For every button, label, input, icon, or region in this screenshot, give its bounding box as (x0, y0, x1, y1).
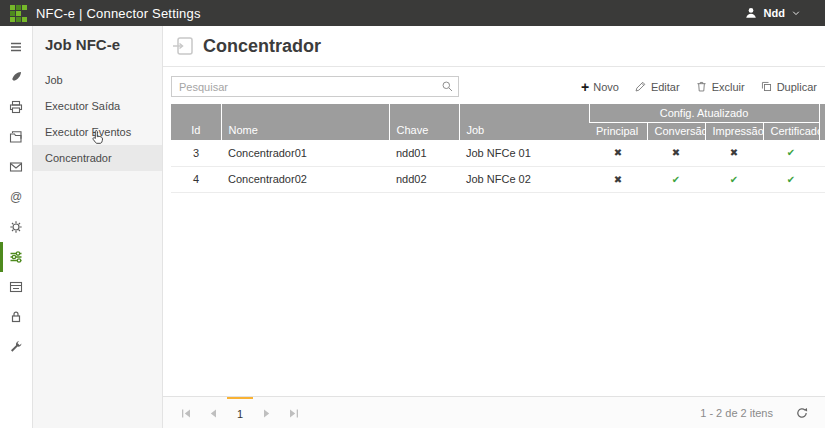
concentrador-page-icon (171, 34, 195, 58)
impressao-status-check-icon: ✔ (705, 166, 763, 192)
rail-item-at[interactable]: @ (0, 182, 32, 212)
certificado-status-check-icon: ✔ (763, 166, 819, 192)
page-header: Concentrador (163, 26, 825, 67)
menu-icon (8, 39, 24, 55)
data-grid: Id Nome Chave Job Config. Atualizado Pri… (171, 104, 825, 193)
conversao-status-cross-icon: ✖ (647, 140, 705, 166)
rail-item-folder[interactable] (0, 122, 32, 152)
column-header-nome[interactable]: Nome (221, 104, 389, 140)
pen-icon (8, 69, 24, 85)
rail-item-device[interactable] (0, 272, 32, 302)
sidebar-item-concentrador[interactable]: Concentrador (33, 145, 162, 171)
sidebar-item-executor-eventos[interactable]: Executor Eventos (33, 119, 162, 145)
grid-toolbar: + Novo Editar Excluir Duplicar (171, 76, 817, 97)
column-header-chave[interactable]: Chave (389, 104, 459, 140)
column-header-certificado[interactable]: Certificado (763, 122, 819, 140)
search-input[interactable] (171, 76, 459, 97)
search-box (171, 76, 459, 97)
column-header-conversao[interactable]: Conversão (647, 122, 705, 140)
first-page-button[interactable] (173, 397, 200, 428)
row-filler (819, 166, 825, 192)
principal-status-cross-icon: ✖ (589, 140, 647, 166)
cell-id: 3 (171, 140, 221, 166)
action-buttons: + Novo Editar Excluir Duplicar (581, 80, 817, 93)
edit-button[interactable]: Editar (634, 80, 680, 93)
sidebar-item-executor-saida[interactable]: Executor Saída (33, 93, 162, 119)
column-header-principal[interactable]: Principal (589, 122, 647, 140)
gear-icon (8, 219, 24, 235)
next-page-icon (261, 408, 272, 419)
rail-item-mail[interactable] (0, 152, 32, 182)
sliders-icon (8, 249, 24, 265)
last-page-button[interactable] (280, 397, 307, 428)
cell-chave: ndd02 (389, 166, 459, 192)
table-row[interactable]: 3Concentrador01ndd01Job NFCe 01✖✖✖✔ (171, 140, 825, 166)
lock-icon (8, 309, 24, 325)
cell-job: Job NFCe 01 (459, 140, 589, 166)
page-title: Concentrador (203, 36, 321, 57)
icon-rail: @ (0, 26, 33, 428)
rail-item-gear[interactable] (0, 212, 32, 242)
rail-item-menu[interactable] (0, 32, 32, 62)
first-page-icon (181, 408, 192, 419)
rail-item-pen[interactable] (0, 62, 32, 92)
grid-empty-area (163, 193, 825, 397)
user-name: Ndd (764, 7, 785, 19)
search-icon[interactable] (441, 80, 454, 93)
cell-chave: ndd01 (389, 140, 459, 166)
duplicate-button[interactable]: Duplicar (760, 80, 817, 93)
cell-id: 4 (171, 166, 221, 192)
new-button[interactable]: + Novo (581, 81, 619, 93)
delete-button[interactable]: Excluir (695, 80, 745, 93)
rail-item-sliders[interactable] (0, 242, 32, 272)
main-content: Concentrador + Novo Editar Excluir (163, 26, 825, 428)
at-sign-icon: @ (8, 189, 24, 205)
duplicate-icon (760, 80, 773, 93)
column-group-config-atualizado: Config. Atualizado (589, 104, 819, 122)
cell-nome: Concentrador01 (221, 140, 389, 166)
header-filler (819, 104, 825, 140)
rail-item-lock[interactable] (0, 302, 32, 332)
app-title: NFC-e | Connector Settings (36, 6, 201, 21)
page-number-current[interactable]: 1 (227, 397, 253, 428)
previous-page-icon (208, 408, 219, 419)
wrench-icon (8, 339, 24, 355)
sidebar-title: Job NFC-e (33, 26, 162, 67)
trash-icon (695, 80, 708, 93)
refresh-icon (795, 406, 809, 420)
rail-item-wrench[interactable] (0, 332, 32, 362)
rail-item-printer[interactable] (0, 92, 32, 122)
cell-nome: Concentrador02 (221, 166, 389, 192)
topbar: NFC-e | Connector Settings Ndd (0, 0, 825, 26)
column-header-id[interactable]: Id (171, 104, 221, 140)
chevron-down-icon (791, 8, 801, 18)
pager: 1 1 - 2 de 2 itens (163, 396, 825, 428)
ndd-logo-icon (10, 5, 27, 22)
pencil-icon (634, 80, 647, 93)
plus-icon: + (581, 82, 589, 92)
user-menu[interactable]: Ndd (744, 6, 815, 20)
last-page-icon (288, 408, 299, 419)
principal-status-cross-icon: ✖ (589, 166, 647, 192)
svg-text:@: @ (10, 190, 22, 204)
impressao-status-cross-icon: ✖ (705, 140, 763, 166)
refresh-button[interactable] (789, 397, 815, 428)
sidebar-item-job[interactable]: Job (33, 67, 162, 93)
user-icon (744, 6, 758, 20)
certificado-status-check-icon: ✔ (763, 140, 819, 166)
column-header-job[interactable]: Job (459, 104, 589, 140)
next-page-button[interactable] (253, 397, 280, 428)
folder-icon (8, 129, 24, 145)
table-row[interactable]: 4Concentrador02ndd02Job NFCe 02✖✔✔✔ (171, 166, 825, 192)
previous-page-button[interactable] (200, 397, 227, 428)
cell-job: Job NFCe 02 (459, 166, 589, 192)
pager-info: 1 - 2 de 2 itens (700, 397, 789, 428)
sidebar: Job NFC-e Job Executor Saída Executor Ev… (33, 26, 163, 428)
conversao-status-check-icon: ✔ (647, 166, 705, 192)
printer-icon (8, 99, 24, 115)
column-header-impressao[interactable]: Impressão (705, 122, 763, 140)
mail-icon (8, 159, 24, 175)
device-icon (8, 279, 24, 295)
row-filler (819, 140, 825, 166)
